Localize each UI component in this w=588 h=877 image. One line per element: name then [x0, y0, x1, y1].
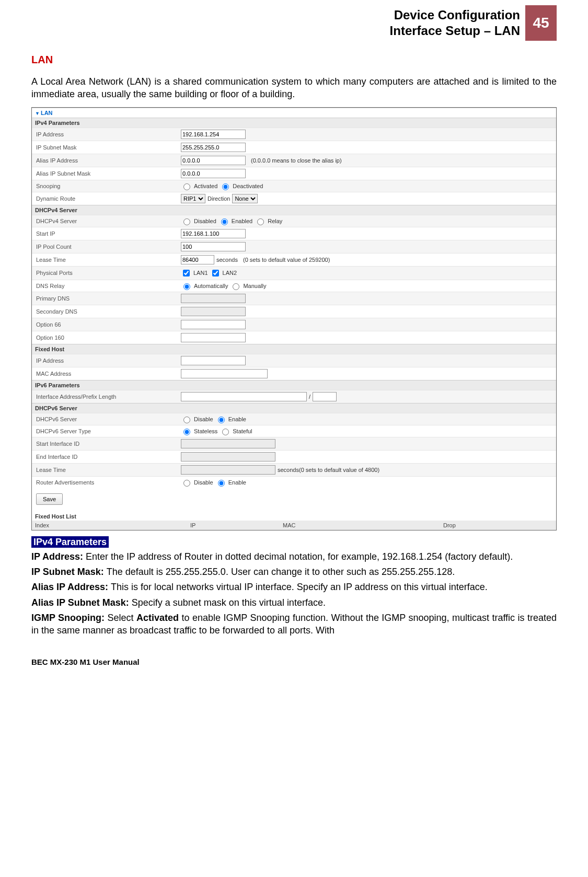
stateless-radio[interactable]	[183, 429, 190, 435]
option66-label: Option 66	[32, 319, 179, 330]
dhcpv4-enabled-radio[interactable]	[221, 218, 228, 225]
ra-enable-radio[interactable]	[218, 480, 225, 487]
option66-input[interactable]	[181, 320, 246, 329]
alias-ip-label: Alias IP Address	[32, 155, 179, 166]
lease-time-input[interactable]	[181, 255, 214, 264]
interface-address-label: Interface Address/Prefix Length	[32, 391, 179, 402]
dynamic-route-select[interactable]: RIP1	[181, 194, 205, 203]
stateless-label: Stateless	[194, 428, 217, 434]
dhcpv4-enabled-label: Enabled	[232, 218, 252, 224]
lease-time-label: Lease Time	[32, 255, 179, 265]
secondary-dns-input	[181, 307, 246, 316]
fixed-host-list-title: Fixed Host List	[32, 510, 556, 521]
dns-manual-label: Manually	[243, 283, 266, 289]
save-button[interactable]: Save	[36, 493, 63, 505]
prefix-length-input[interactable]	[313, 392, 337, 401]
stateful-label: Stateful	[233, 428, 252, 434]
header-line2: Interface Setup – LAN	[390, 23, 520, 39]
alias-ip-desc: Alias IP Address: This is for local netw…	[31, 581, 557, 593]
collapse-icon[interactable]: ▼	[35, 111, 40, 116]
ip-subnet-mask-label: IP Subnet Mask	[32, 142, 179, 153]
lease-time-unit: seconds	[216, 257, 238, 263]
dns-manual-radio[interactable]	[233, 283, 239, 290]
fh-mac-input[interactable]	[181, 369, 268, 378]
primary-dns-input	[181, 294, 246, 303]
dhcpv4-disabled-label: Disabled	[194, 218, 216, 224]
fixed-host-header: Fixed Host	[32, 344, 556, 354]
lease-time6-label: Lease Time	[32, 465, 179, 475]
dhcpv4-relay-label: Relay	[268, 218, 282, 224]
lan2-checkbox[interactable]	[212, 270, 219, 276]
start-ip-input[interactable]	[181, 229, 246, 238]
alias-ip-input[interactable]	[181, 156, 246, 165]
alias-mask-input[interactable]	[181, 169, 246, 178]
dhcpv6-enable-radio[interactable]	[218, 417, 225, 423]
panel-title: LAN	[41, 110, 53, 116]
dhcpv6-enable-label: Enable	[228, 416, 246, 422]
page-header: Device Configuration Interface Setup – L…	[31, 5, 557, 41]
dhcpv6-type-label: DHCPv6 Server Type	[32, 426, 179, 436]
ip-address-desc: IP Address: Enter the IP address of Rout…	[31, 551, 557, 563]
snooping-activated-radio[interactable]	[183, 183, 190, 190]
ipv6-parameters-header: IPv6 Parameters	[32, 380, 556, 390]
snooping-deactivated-radio[interactable]	[222, 183, 229, 190]
col-ip: IP	[187, 521, 280, 530]
start-interface-label: Start Interface ID	[32, 438, 179, 449]
physical-ports-label: Physical Ports	[32, 268, 179, 278]
dhcpv6-header: DHCPv6 Server	[32, 403, 556, 413]
dhcpv6-server-label: DHCPv6 Server	[32, 414, 179, 424]
router-adv-label: Router Advertisements	[32, 477, 179, 488]
start-ip-label: Start IP	[32, 228, 179, 239]
fh-ip-input[interactable]	[181, 356, 246, 365]
end-interface-label: End Interface ID	[32, 452, 179, 462]
intro-text: A Local Area Network (LAN) is a shared c…	[31, 75, 557, 101]
ip-pool-label: IP Pool Count	[32, 241, 179, 252]
dns-relay-label: DNS Relay	[32, 281, 179, 291]
primary-dns-label: Primary DNS	[32, 293, 179, 304]
snooping-deactivated-label: Deactivated	[233, 183, 263, 189]
ip-address-input[interactable]	[181, 130, 246, 139]
lan1-label: LAN1	[193, 270, 208, 276]
stateful-radio[interactable]	[222, 429, 229, 435]
igmp-snooping-desc: IGMP Snooping: Select Activated to enabl…	[31, 612, 557, 637]
ipv4-parameters-badge: IPv4 Parameters	[31, 536, 109, 548]
alias-mask-label: Alias IP Subnet Mask	[32, 168, 179, 179]
dhcpv4-header: DHCPv4 Server	[32, 205, 556, 215]
snooping-label: Snooping	[32, 181, 179, 191]
fh-ip-label: IP Address	[32, 355, 179, 366]
lan-config-screenshot: ▼LAN IPv4 Parameters IP Address IP Subne…	[31, 107, 557, 530]
ip-subnet-mask-input[interactable]	[181, 143, 246, 152]
ra-disable-radio[interactable]	[183, 480, 190, 487]
dhcpv6-disable-radio[interactable]	[183, 417, 190, 423]
col-drop: Drop	[440, 521, 556, 530]
snooping-activated-label: Activated	[194, 183, 217, 189]
prefix-separator: /	[309, 394, 310, 400]
lease-time6-input	[181, 465, 275, 475]
start-interface-input	[181, 439, 275, 448]
ra-enable-label: Enable	[228, 479, 246, 486]
direction-select[interactable]: None	[232, 194, 258, 203]
interface-address-input[interactable]	[181, 392, 307, 401]
ra-disable-label: Disable	[194, 479, 213, 486]
ip-pool-input[interactable]	[181, 242, 246, 251]
page-number: 45	[525, 5, 557, 41]
subnet-mask-desc: IP Subnet Mask: The default is 255.255.2…	[31, 566, 557, 578]
dhcpv4-relay-radio[interactable]	[257, 218, 264, 225]
fixed-host-list-header: Index IP MAC Drop	[32, 521, 556, 530]
alias-mask-desc: Alias IP Subnet Mask: Specify a subnet m…	[31, 597, 557, 609]
lan2-label: LAN2	[223, 270, 237, 276]
lease-time-note: (0 sets to default value of 259200)	[243, 257, 330, 263]
lan1-checkbox[interactable]	[183, 270, 190, 276]
ipv4-parameters-header: IPv4 Parameters	[32, 118, 556, 128]
dynamic-route-label: Dynamic Route	[32, 193, 179, 204]
header-line1: Device Configuration	[390, 7, 520, 23]
dns-auto-radio[interactable]	[183, 283, 190, 290]
fh-mac-label: MAC Address	[32, 368, 179, 379]
ip-address-label: IP Address	[32, 129, 179, 140]
dhcpv4-server-label: DHCPv4 Server	[32, 216, 179, 226]
dhcpv4-disabled-radio[interactable]	[183, 218, 190, 225]
alias-ip-note: (0.0.0.0 means to close the alias ip)	[251, 157, 342, 164]
option160-input[interactable]	[181, 333, 246, 342]
footer-text: BEC MX-230 M1 User Manual	[31, 657, 557, 666]
lease-time6-note: seconds(0 sets to default value of 4800)	[278, 467, 379, 473]
